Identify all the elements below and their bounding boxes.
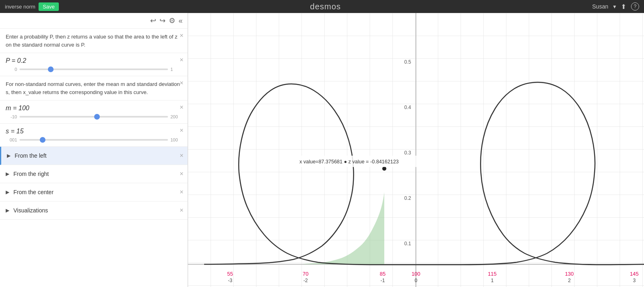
close-description-button[interactable]: × bbox=[180, 32, 183, 39]
share-icon[interactable]: ⬆ bbox=[621, 3, 626, 11]
folder-arrow-left-icon: ▶ bbox=[7, 153, 11, 158]
m-slider-row: -10 200 bbox=[6, 114, 182, 119]
m-slider[interactable] bbox=[19, 116, 168, 118]
redo-icon[interactable]: ↪ bbox=[159, 16, 166, 25]
svg-text:-3: -3 bbox=[228, 278, 233, 283]
help-icon[interactable]: ? bbox=[631, 2, 639, 11]
svg-text:3: 3 bbox=[633, 278, 636, 283]
close-from-right-button[interactable]: × bbox=[180, 170, 183, 178]
app-name-label: inverse norm bbox=[5, 4, 35, 10]
svg-text:85: 85 bbox=[380, 271, 386, 277]
m-block: × m = 100 -10 200 bbox=[0, 101, 187, 124]
m-min-label: -10 bbox=[6, 114, 17, 119]
user-name[interactable]: Susan bbox=[592, 3, 608, 10]
sidebar-toolbar: ↩ ↪ ⚙ « bbox=[0, 13, 187, 29]
s-block: × s = 15 001 100 bbox=[0, 124, 187, 147]
header-right: Susan ▾ ⬆ ? bbox=[592, 2, 639, 11]
svg-text:0.1: 0.1 bbox=[404, 241, 411, 246]
svg-text:1: 1 bbox=[491, 278, 494, 283]
svg-text:0.3: 0.3 bbox=[404, 150, 411, 156]
m-equation: m = 100 bbox=[6, 105, 182, 112]
header: inverse norm Save desmos Susan ▾ ⬆ ? bbox=[0, 0, 644, 13]
chevron-down-icon[interactable]: ▾ bbox=[613, 3, 616, 10]
graph-svg: 0.5 0.4 0.3 0.2 0.1 55 70 85 100 bbox=[188, 13, 644, 287]
svg-text:100: 100 bbox=[411, 271, 420, 277]
svg-text:0.4: 0.4 bbox=[404, 105, 411, 110]
s-slider[interactable] bbox=[19, 139, 168, 141]
main-layout: ↩ ↪ ⚙ « × Enter a probability P, then z … bbox=[0, 13, 644, 287]
folder-visualizations-label: Visualizations bbox=[13, 207, 48, 214]
m-max-label: 200 bbox=[170, 114, 182, 119]
folder-from-left[interactable]: ▶ From the left × bbox=[0, 147, 187, 165]
folder-arrow-right-icon: ▶ bbox=[6, 171, 9, 177]
svg-text:130: 130 bbox=[565, 271, 574, 277]
svg-text:55: 55 bbox=[227, 271, 233, 277]
header-left: inverse norm Save bbox=[5, 2, 59, 11]
sidebar: ↩ ↪ ⚙ « × Enter a probability P, then z … bbox=[0, 13, 188, 287]
close-nonstd-button[interactable]: × bbox=[180, 79, 183, 87]
p-min-label: 0 bbox=[6, 67, 17, 72]
save-button[interactable]: Save bbox=[39, 2, 59, 11]
folder-from-right-label: From the right bbox=[13, 171, 49, 177]
close-m-button[interactable]: × bbox=[180, 104, 183, 111]
folder-arrow-viz-icon: ▶ bbox=[6, 208, 9, 213]
folder-from-right[interactable]: ▶ From the right × bbox=[0, 165, 187, 183]
non-standard-desc-block: × For non-standard normal curves, enter … bbox=[0, 76, 187, 101]
s-slider-row: 001 100 bbox=[6, 137, 182, 142]
svg-text:0.2: 0.2 bbox=[404, 195, 411, 201]
p-slider-row: 0 1 bbox=[6, 67, 182, 72]
close-p-button[interactable]: × bbox=[180, 56, 183, 64]
svg-text:145: 145 bbox=[630, 271, 639, 277]
collapse-icon[interactable]: « bbox=[179, 17, 183, 25]
folder-from-center[interactable]: ▶ From the center × bbox=[0, 183, 187, 201]
point-dot bbox=[382, 167, 386, 171]
graph-area[interactable]: 0.5 0.4 0.3 0.2 0.1 55 70 85 100 bbox=[188, 13, 644, 287]
svg-text:70: 70 bbox=[303, 271, 308, 277]
folder-from-center-label: From the center bbox=[13, 189, 54, 195]
s-equation: s = 15 bbox=[6, 128, 182, 135]
folder-arrow-center-icon: ▶ bbox=[6, 189, 9, 195]
close-visualizations-button[interactable]: × bbox=[180, 207, 183, 214]
header-title: desmos bbox=[310, 2, 341, 11]
p-block: × P = 0.2 0 1 bbox=[0, 53, 187, 76]
non-standard-desc-text: For non-standard normal curves, enter th… bbox=[6, 80, 182, 96]
svg-text:115: 115 bbox=[488, 271, 497, 277]
close-from-center-button[interactable]: × bbox=[180, 188, 183, 196]
close-from-left-button[interactable]: × bbox=[180, 152, 183, 159]
svg-text:0: 0 bbox=[415, 278, 418, 283]
svg-text:-1: -1 bbox=[381, 278, 385, 283]
s-max-label: 100 bbox=[170, 137, 182, 142]
p-max-label: 1 bbox=[170, 67, 182, 72]
close-s-button[interactable]: × bbox=[180, 127, 183, 134]
settings-icon[interactable]: ⚙ bbox=[169, 16, 175, 25]
folder-visualizations[interactable]: ▶ Visualizations × bbox=[0, 201, 187, 220]
s-min-label: 001 bbox=[6, 137, 17, 142]
folder-from-left-label: From the left bbox=[15, 152, 47, 159]
svg-text:0.5: 0.5 bbox=[404, 59, 411, 65]
description-block: × Enter a probability P, then z returns … bbox=[0, 29, 187, 53]
svg-text:-2: -2 bbox=[304, 278, 308, 283]
svg-text:2: 2 bbox=[568, 278, 571, 283]
p-equation: P = 0.2 bbox=[6, 57, 182, 64]
svg-text:x value=87.375681 ● z value = : x value=87.375681 ● z value = -0.8416212… bbox=[299, 159, 399, 165]
p-slider[interactable] bbox=[19, 69, 168, 70]
description-text: Enter a probability P, then z returns a … bbox=[6, 33, 182, 49]
undo-icon[interactable]: ↩ bbox=[150, 16, 156, 25]
